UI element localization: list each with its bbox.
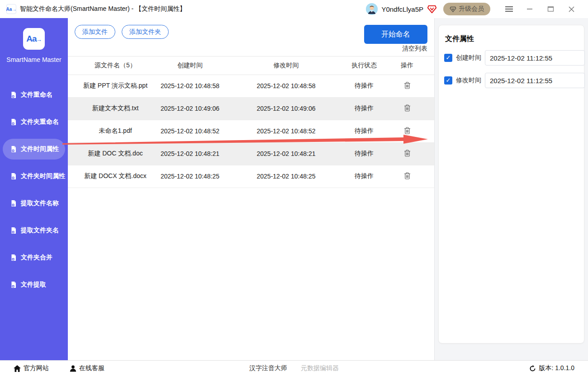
- checkbox-checked[interactable]: ✓: [444, 76, 452, 85]
- table-header-row: 源文件名（5） 创建时间 修改时间 执行状态 操作: [68, 56, 434, 75]
- footer-link-1[interactable]: 元数据编辑器: [301, 364, 339, 372]
- sidebar-item-label: 文件夹时间属性: [21, 172, 65, 180]
- version-label: 版本: 1.0.1.0: [539, 364, 574, 372]
- cell-created: 2025-12-02 10:48:52: [156, 120, 224, 142]
- trash-icon: [404, 174, 411, 181]
- delete-row-button[interactable]: [403, 171, 412, 182]
- delete-row-button[interactable]: [403, 103, 412, 114]
- person-icon: [70, 365, 76, 372]
- field-label: 创建时间: [456, 54, 481, 62]
- clear-row: 清空列表: [68, 42, 434, 56]
- update-sync-icon[interactable]: [529, 365, 536, 372]
- start-naming-button[interactable]: 开始命名: [364, 25, 427, 44]
- cell-status: 待操作: [348, 120, 380, 142]
- attribute-field-row: ✓ 修改时间: [444, 73, 579, 88]
- sidebar-nav: 文件重命名 文件夹重命名 文件时间属性 文件夹时间属性 提取文件名称 提取文件夹…: [0, 81, 68, 298]
- cell-modified: 2025-12-02 10:48:25: [224, 165, 348, 188]
- add-files-button[interactable]: 添加文件: [75, 25, 115, 39]
- online-support-label: 在线客服: [79, 364, 104, 372]
- cell-created: 2025-12-02 10:48:58: [156, 75, 224, 97]
- close-icon: [569, 6, 574, 12]
- cell-action: [380, 142, 434, 165]
- main-content: 添加文件 添加文件夹 开始命名 清空列表 源文件名（5） 创建时间 修改时间 执…: [68, 18, 434, 360]
- cell-created: 2025-12-02 10:48:25: [156, 165, 224, 188]
- file-doc-icon: [10, 118, 17, 126]
- sidebar-item-label: 文件重命名: [21, 91, 52, 99]
- file-table: 源文件名（5） 创建时间 修改时间 执行状态 操作 新建 PPT 演示文稿.pp…: [68, 56, 434, 188]
- header-exec-status: 执行状态: [348, 56, 380, 75]
- datetime-input[interactable]: [485, 73, 585, 88]
- cell-status: 待操作: [348, 142, 380, 165]
- file-doc-icon: [10, 91, 17, 99]
- sidebar-item-6[interactable]: 文件夹合并: [0, 244, 68, 271]
- official-website-link[interactable]: 官方网站: [14, 364, 49, 372]
- cell-filename: 新建 PPT 演示文稿.ppt: [68, 75, 156, 97]
- header-created-time: 创建时间: [156, 56, 224, 75]
- maximize-button[interactable]: [540, 2, 561, 16]
- header-action: 操作: [380, 56, 434, 75]
- trash-icon: [404, 106, 411, 113]
- membership-shield-icon: [450, 6, 456, 13]
- field-label: 修改时间: [456, 76, 481, 85]
- maximize-icon: [547, 6, 554, 12]
- minimize-button[interactable]: [519, 2, 540, 16]
- sidebar-item-5[interactable]: 提取文件夹名: [0, 217, 68, 244]
- panel-title: 文件属性: [445, 34, 579, 44]
- online-support-link[interactable]: 在线客服: [70, 364, 104, 372]
- footer-link-0[interactable]: 汉字注音大师: [249, 364, 287, 372]
- brand-name: SmartName Master: [0, 56, 68, 63]
- user-avatar[interactable]: [366, 3, 378, 15]
- sidebar-item-label: 提取文件夹名: [21, 226, 59, 235]
- upgrade-membership-button[interactable]: 升级会员: [443, 3, 490, 15]
- table-row: 新建文本文档.txt 2025-12-02 10:49:06 2025-12-0…: [68, 97, 434, 120]
- file-attributes-card: 文件属性 ✓ 创建时间 ✓ 修改时间: [438, 25, 584, 343]
- table-row: 未命名1.pdf 2025-12-02 10:48:52 2025-12-02 …: [68, 120, 434, 142]
- menu-button[interactable]: [498, 2, 519, 16]
- sidebar-item-4[interactable]: 提取文件名称: [0, 190, 68, 217]
- trash-icon: [404, 151, 411, 158]
- sidebar-item-3[interactable]: 文件夹时间属性: [0, 163, 68, 190]
- sidebar-item-label: 文件时间属性: [21, 145, 59, 153]
- avatar-image: [366, 3, 378, 15]
- cell-action: [380, 75, 434, 97]
- cell-status: 待操作: [348, 75, 380, 97]
- table-row: 新建 DOCX 文档.docx 2025-12-02 10:48:25 2025…: [68, 165, 434, 188]
- brand-block: Aa→ SmartName Master: [0, 28, 68, 63]
- version-info: 版本: 1.0.1.0: [529, 364, 574, 372]
- upgrade-label: 升级会员: [459, 5, 484, 13]
- cell-action: [380, 97, 434, 120]
- trash-icon: [404, 84, 411, 90]
- cell-status: 待操作: [348, 97, 380, 120]
- datetime-input[interactable]: [485, 50, 585, 66]
- cell-filename: 新建文本文档.txt: [68, 97, 156, 120]
- header-source-filename: 源文件名（5）: [68, 56, 156, 75]
- sidebar-item-1[interactable]: 文件夹重命名: [0, 108, 68, 136]
- checkbox-checked[interactable]: ✓: [444, 54, 452, 62]
- file-doc-icon: [10, 173, 17, 180]
- file-doc-icon: [10, 146, 17, 153]
- official-website-label: 官方网站: [24, 364, 49, 372]
- title-bar: Aa→ 智能文件命名大师(SmartName Master) - 【文件时间属性…: [0, 0, 588, 18]
- clear-list-link[interactable]: 清空列表: [402, 45, 427, 53]
- add-folder-button[interactable]: 添加文件夹: [122, 25, 169, 39]
- window-title: 智能文件命名大师(SmartName Master) - 【文件时间属性】: [20, 5, 186, 13]
- cell-modified: 2025-12-02 10:49:06: [224, 97, 348, 120]
- delete-row-button[interactable]: [403, 81, 412, 91]
- cell-status: 待操作: [348, 165, 380, 188]
- cell-filename: 新建 DOCX 文档.docx: [68, 165, 156, 188]
- sidebar-item-label: 提取文件名称: [21, 199, 59, 207]
- header-modified-time: 修改时间: [224, 56, 348, 75]
- cell-created: 2025-12-02 10:48:21: [156, 142, 224, 165]
- attribute-field-row: ✓ 创建时间: [444, 50, 579, 66]
- close-button[interactable]: [561, 2, 582, 16]
- sidebar-item-0[interactable]: 文件重命名: [0, 81, 68, 108]
- delete-row-button[interactable]: [403, 126, 412, 136]
- vip-badge-icon: [427, 4, 437, 14]
- delete-row-button[interactable]: [403, 149, 412, 159]
- cell-modified: 2025-12-02 10:48:52: [224, 120, 348, 142]
- sidebar-item-7[interactable]: 文件提取: [0, 271, 68, 298]
- cell-filename: 新建 DOC 文档.doc: [68, 142, 156, 165]
- username: Y0ndfcLlya5P: [381, 5, 423, 13]
- sidebar-item-2-active[interactable]: 文件时间属性: [0, 136, 68, 163]
- file-doc-icon: [10, 227, 17, 234]
